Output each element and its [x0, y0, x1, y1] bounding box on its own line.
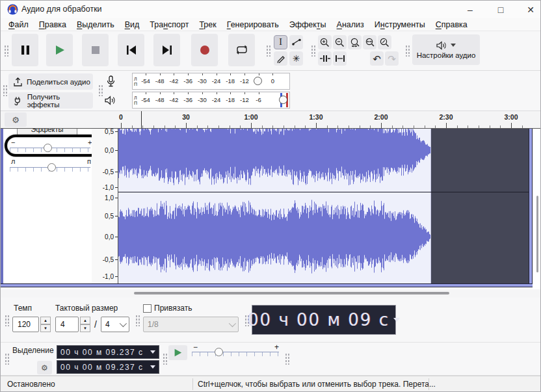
tempo-stepper[interactable]: ▲▼ — [40, 317, 51, 332]
selection-start-field[interactable]: 00 ч 00 м 09.237 с — [57, 345, 159, 359]
snap-select[interactable]: 1/8 — [143, 317, 239, 332]
meter-volume-thumb[interactable] — [279, 96, 287, 104]
play-speed-thumb[interactable] — [215, 348, 223, 356]
ruler-minor-tick — [272, 125, 273, 128]
toolbar-grip[interactable] — [3, 85, 7, 96]
envelope-tool-button[interactable] — [289, 35, 303, 49]
tsig-upper-stepper[interactable]: ▲▼ — [80, 317, 90, 332]
selection-tool-button[interactable]: I — [274, 35, 287, 49]
vertical-scale-ruler[interactable]: 0,50,0-0,5-1,01,00,50,0-0,5-1,0 — [92, 129, 118, 283]
scale-tick — [115, 187, 118, 188]
toolbar-grip[interactable] — [5, 315, 9, 326]
menu-item-выделить[interactable]: Выделить — [72, 20, 120, 29]
tsig-upper-input[interactable]: 4 — [55, 317, 79, 332]
toolbar-grip[interactable] — [163, 353, 167, 365]
recording-meter[interactable]: ЛП-54-48-42-36-30-24-18-12-60 — [132, 73, 290, 90]
meter-tick — [146, 73, 146, 75]
toolbar-grip[interactable] — [5, 353, 9, 365]
toolbar-grip[interactable] — [266, 45, 270, 57]
play-button[interactable] — [46, 34, 73, 66]
menu-item-эффекты[interactable]: Эффекты — [284, 20, 332, 29]
zoom-toggle-button[interactable] — [378, 35, 391, 49]
menu-item-файл[interactable]: Файл — [3, 20, 34, 29]
waveform-channel-left[interactable] — [118, 129, 529, 192]
ruler-minor-tick — [349, 125, 349, 128]
selection-label: Выделение — [12, 346, 54, 355]
ruler-minor-tick — [337, 125, 338, 128]
audio-setup-button[interactable]: Настройки аудио — [412, 34, 480, 65]
multi-tool-button[interactable]: ✳ — [289, 51, 303, 66]
scale-label: -1,0 — [103, 184, 114, 191]
ruler-minor-tick — [153, 125, 154, 128]
skip-to-start-button[interactable] — [118, 34, 144, 66]
loop-button[interactable] — [228, 34, 255, 66]
play-speed-slider[interactable] — [192, 352, 279, 356]
tempo-input[interactable]: 120 — [12, 317, 39, 332]
audio-position-display[interactable]: 00 ч 00 м 09 с — [252, 305, 396, 335]
playback-meter[interactable]: ЛП-54-48-42-36-30-24-18-12-6 — [132, 92, 290, 109]
ruler-major-tick — [511, 123, 512, 128]
meter-tick-label: -54 — [141, 96, 150, 103]
time-ruler[interactable]: 0301:001:302:002:303:00 — [92, 111, 529, 128]
play-at-speed-button[interactable] — [168, 345, 187, 360]
down-arrow-icon[interactable]: ▼ — [40, 324, 51, 332]
horizontal-scrollbar-thumb[interactable] — [134, 292, 449, 294]
waveform-channel-right[interactable] — [118, 192, 529, 283]
record-button[interactable] — [191, 34, 218, 66]
audio-position-value[interactable]: 00 ч 00 м 09 с — [248, 310, 389, 330]
up-arrow-icon[interactable]: ▲ — [40, 317, 51, 324]
meter-volume-thumb[interactable] — [254, 77, 262, 85]
ruler-minor-tick — [479, 125, 479, 128]
menu-item-инструменты[interactable]: Инструменты — [369, 20, 430, 29]
zoom-in-button[interactable] — [318, 35, 332, 49]
minimize-button[interactable]: – — [456, 1, 484, 18]
waveform-view[interactable] — [118, 129, 529, 283]
snap-checkbox[interactable] — [143, 304, 152, 313]
menu-item-транспорт[interactable]: Транспорт — [144, 20, 194, 29]
ruler-label: 1:00 — [244, 113, 257, 121]
redo-button[interactable]: ↷ — [385, 51, 399, 66]
zoom-fit-project-button[interactable] — [363, 35, 376, 49]
menu-item-правка[interactable]: Правка — [34, 20, 72, 29]
selection-options-button[interactable]: ⚙ — [37, 361, 52, 374]
pan-slider-thumb[interactable] — [47, 163, 56, 172]
zoom-out-button[interactable] — [333, 35, 347, 49]
zoom-out-icon — [335, 38, 345, 47]
silence-audio-button[interactable] — [333, 51, 347, 66]
undo-button[interactable]: ↶ — [370, 51, 384, 66]
share-audio-button[interactable]: Поделиться аудио — [8, 73, 93, 90]
menu-item-анализ[interactable]: Анализ — [332, 20, 369, 29]
tsig-lower-select[interactable]: 4 — [101, 317, 129, 332]
maximize-button[interactable]: □ — [486, 1, 515, 18]
pause-button[interactable] — [12, 34, 38, 66]
stop-button[interactable] — [82, 34, 109, 66]
menu-item-генерировать[interactable]: Генерировать — [222, 20, 284, 29]
toolbar-grip[interactable] — [311, 45, 315, 57]
toolbar-grip[interactable] — [285, 353, 289, 365]
record-icon — [200, 45, 210, 55]
trim-audio-button[interactable] — [318, 51, 332, 66]
timeline-options-button[interactable]: ⚙ — [5, 112, 27, 127]
toolbar-grip[interactable] — [4, 45, 8, 57]
menu-item-трек[interactable]: Трек — [194, 20, 221, 29]
multi-tool-icon: ✳ — [293, 54, 300, 63]
menu-item-вид[interactable]: Вид — [120, 20, 145, 29]
up-arrow-icon[interactable]: ▲ — [80, 317, 90, 324]
zoom-selection-button[interactable] — [348, 35, 362, 49]
toolbar-grip[interactable] — [405, 45, 410, 57]
meter-tick-label: -36 — [183, 96, 192, 103]
vertical-scrollbar[interactable] — [536, 196, 538, 272]
down-arrow-icon[interactable]: ▼ — [80, 324, 90, 332]
status-state: Остановлено — [7, 380, 55, 389]
menu-item-справка[interactable]: Справка — [430, 20, 473, 29]
skip-to-end-button[interactable] — [153, 34, 180, 66]
get-effects-button[interactable]: Получить эффекты — [8, 92, 93, 109]
close-button[interactable]: ✕ — [516, 1, 541, 18]
toolbar-grip[interactable] — [135, 315, 140, 326]
draw-tool-button[interactable] — [274, 51, 287, 66]
horizontal-scrollbar[interactable] — [1, 289, 541, 298]
selection-end-field[interactable]: 00 ч 00 м 09.237 с — [57, 360, 159, 374]
track-control-panel[interactable]: Эффекты − + л п — [3, 129, 92, 283]
dropdown-arrow-icon[interactable] — [393, 318, 400, 322]
toolbar-grip[interactable] — [98, 85, 103, 96]
